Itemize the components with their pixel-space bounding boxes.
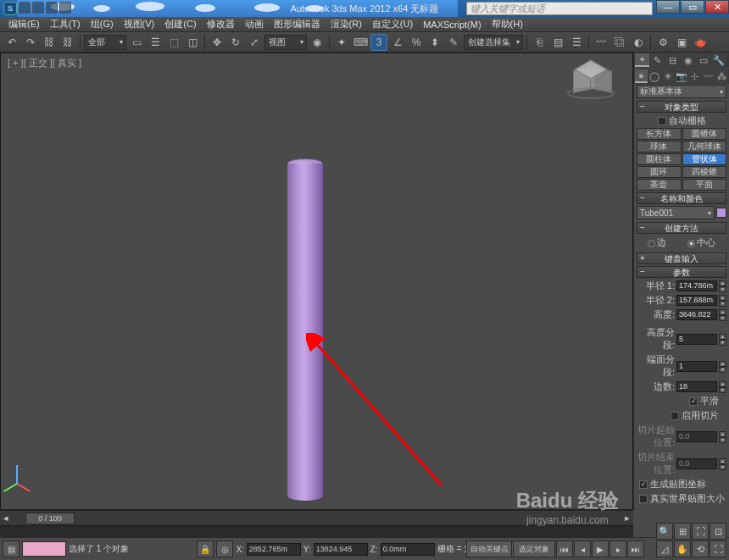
menu-views[interactable]: 视图(V) — [119, 18, 160, 30]
sides-spin-buttons[interactable]: ▲▼ — [719, 381, 726, 392]
rollout-name-color[interactable]: 名称和颜色 — [637, 192, 726, 204]
mirror-icon[interactable]: ⎗ — [531, 34, 548, 51]
auto-key-button[interactable]: 自动关键点 — [466, 541, 512, 557]
pan-icon[interactable]: ✋ — [674, 541, 691, 557]
max-toggle-icon[interactable]: ⛶ — [710, 541, 726, 557]
type-sphere[interactable]: 球体 — [637, 141, 682, 152]
select-region-icon[interactable]: ⬚ — [165, 34, 182, 51]
cameras-cat-icon[interactable]: 📷 — [676, 69, 688, 83]
viewport-label[interactable]: [ + ][ 正交 ][ 真实 ] — [8, 57, 81, 69]
height-segs-spinner[interactable]: 5 — [676, 334, 717, 345]
menu-animation[interactable]: 动画 — [240, 18, 269, 30]
type-teapot[interactable]: 茶壶 — [637, 179, 682, 191]
unlink-icon[interactable]: ⛓ — [59, 34, 76, 51]
radius2-spin-buttons[interactable]: ▲▼ — [719, 295, 726, 306]
lock-selection-icon[interactable]: 🔒 — [197, 541, 214, 557]
center-radio[interactable] — [687, 240, 695, 247]
type-torus[interactable]: 圆环 — [637, 166, 682, 178]
systems-cat-icon[interactable]: ⁂ — [715, 69, 728, 83]
time-slider-handle[interactable]: 0 / 100 — [25, 513, 75, 524]
real-world-checkbox[interactable] — [639, 495, 648, 503]
keyboard-shortcut-icon[interactable]: ⌨ — [352, 34, 369, 51]
isolate-icon[interactable]: ◎ — [216, 541, 233, 557]
prev-frame-icon[interactable]: ◂ — [574, 541, 591, 557]
maximize-button[interactable]: ▭ — [681, 0, 704, 14]
timeslider-prev-icon[interactable]: ◂ — [3, 513, 8, 524]
selection-filter-combo[interactable]: 全部 — [84, 35, 126, 50]
spacewarps-cat-icon[interactable]: 〰 — [702, 69, 715, 83]
zoom-all-icon[interactable]: ⊞ — [674, 523, 691, 540]
zoom-extents-icon[interactable]: ⛶ — [692, 523, 709, 540]
zoom-icon[interactable]: 🔍 — [656, 523, 673, 540]
geometry-cat-icon[interactable]: ● — [635, 69, 648, 83]
coord-z-field[interactable]: 0.0mm — [381, 543, 435, 556]
minimize-button[interactable]: — — [656, 0, 680, 14]
select-object-icon[interactable]: ▭ — [128, 34, 145, 51]
menu-create[interactable]: 创建(C) — [159, 18, 201, 30]
type-cylinder[interactable]: 圆柱体 — [637, 153, 682, 165]
next-frame-icon[interactable]: ▸ — [609, 541, 626, 557]
motion-tab-icon[interactable]: ◉ — [681, 53, 695, 67]
timeslider-next-icon[interactable]: ▸ — [625, 513, 630, 524]
hierarchy-tab-icon[interactable]: ⊟ — [665, 53, 680, 67]
spinner-snap-icon[interactable]: ⬍ — [426, 34, 443, 51]
manipulate-icon[interactable]: ✦ — [333, 34, 350, 51]
category-combo[interactable]: 标准基本体 — [637, 85, 726, 98]
undo-icon[interactable]: ↶ — [3, 34, 20, 51]
schematic-view-icon[interactable]: ⿻ — [611, 34, 628, 51]
field-of-view-icon[interactable]: ◿ — [656, 541, 673, 557]
shapes-cat-icon[interactable]: ◯ — [648, 69, 661, 83]
type-geosphere[interactable]: 几何球体 — [682, 141, 727, 152]
help-search-input[interactable]: 键入关键字或短语 — [466, 2, 653, 15]
type-tube[interactable]: 管状体 — [682, 153, 727, 165]
menu-customize[interactable]: 自定义(U) — [367, 18, 418, 30]
orbit-icon[interactable]: ⟲ — [692, 541, 709, 557]
cap-segs-spinner[interactable]: 1 — [676, 361, 717, 372]
auto-grid-checkbox[interactable] — [658, 117, 666, 125]
render-production-icon[interactable]: 🫖 — [692, 34, 709, 51]
percent-snap-icon[interactable]: % — [408, 34, 425, 51]
smooth-checkbox[interactable] — [689, 397, 698, 406]
link-icon[interactable]: ⛓ — [41, 34, 58, 51]
type-plane[interactable]: 平面 — [682, 179, 727, 191]
slice-on-checkbox[interactable] — [671, 412, 679, 420]
menu-rendering[interactable]: 渲染(R) — [326, 18, 367, 30]
qa-redo-icon[interactable] — [59, 2, 71, 14]
object-color-swatch[interactable] — [716, 208, 726, 218]
track-bar[interactable] — [0, 525, 633, 537]
goto-start-icon[interactable]: ⏮ — [556, 541, 573, 557]
select-scale-icon[interactable]: ⤢ — [246, 34, 263, 51]
redo-icon[interactable]: ↷ — [22, 34, 39, 51]
selected-combo[interactable]: 选定对象 — [513, 541, 555, 557]
display-tab-icon[interactable]: ▭ — [696, 53, 710, 67]
menu-help[interactable]: 帮助(H) — [487, 18, 528, 30]
maxscript-mini-icon[interactable]: ▤ — [3, 541, 19, 557]
type-pyramid[interactable]: 四棱锥 — [682, 166, 727, 178]
create-tab-icon[interactable]: ✦ — [635, 53, 649, 67]
type-cone[interactable]: 圆锥体 — [682, 128, 727, 140]
cap-segs-spin-buttons[interactable]: ▲▼ — [719, 361, 726, 372]
rollout-object-type[interactable]: 对象类型 — [637, 101, 726, 113]
rollout-keyboard-entry[interactable]: 键盘输入 — [637, 252, 726, 264]
pivot-center-icon[interactable]: ◉ — [309, 34, 326, 51]
cylinder-object[interactable] — [287, 158, 323, 506]
menu-maxscript[interactable]: MAXScript(M) — [418, 19, 486, 30]
snap-toggle-icon[interactable]: 3 — [370, 34, 387, 51]
render-setup-icon[interactable]: ⚙ — [654, 34, 671, 51]
height-spinner[interactable]: 3646.822 — [676, 309, 717, 320]
gen-map-checkbox[interactable] — [639, 480, 648, 489]
ref-coord-combo[interactable]: 视图 — [264, 35, 307, 50]
app-logo-icon[interactable]: S — [3, 2, 17, 15]
select-by-name-icon[interactable]: ☰ — [147, 34, 164, 51]
sides-spinner[interactable]: 18 — [676, 381, 717, 392]
qa-open-icon[interactable] — [19, 2, 31, 14]
time-slider[interactable]: ◂ 0 / 100 ▸ — [0, 510, 633, 525]
object-name-field[interactable]: Tube001 — [637, 206, 715, 219]
menu-edit[interactable]: 编辑(E) — [3, 18, 45, 30]
select-rotate-icon[interactable]: ↻ — [227, 34, 244, 51]
height-spin-buttons[interactable]: ▲▼ — [719, 309, 726, 320]
radius2-spinner[interactable]: 157.688m — [676, 295, 717, 306]
material-editor-icon[interactable]: ◐ — [630, 34, 647, 51]
curve-editor-icon[interactable]: 〰 — [593, 34, 609, 51]
viewport[interactable]: [ + ][ 正交 ][ 真实 ] — [0, 53, 633, 510]
